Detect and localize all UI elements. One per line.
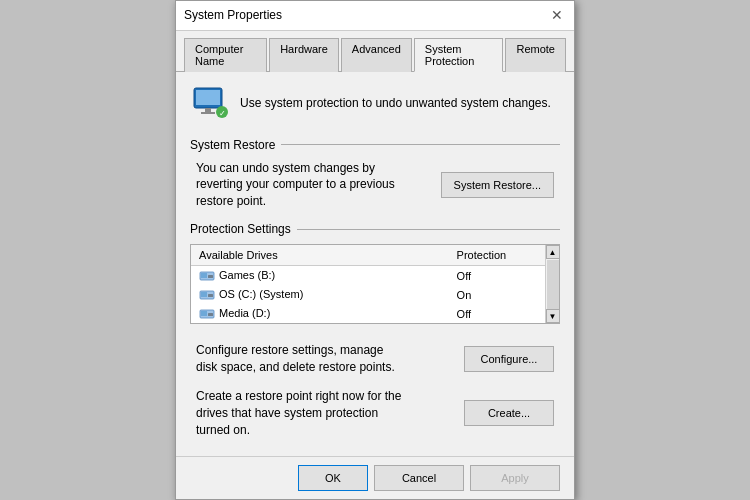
description-row: ✓ Use system protection to undo unwanted… (190, 84, 560, 124)
table-row[interactable]: OS (C:) (System)On (191, 285, 559, 304)
section-divider (281, 144, 560, 145)
protection-settings-section: Protection Settings Available Drives Pro… (190, 222, 560, 324)
svg-rect-7 (201, 273, 207, 278)
protection-cell: On (449, 285, 559, 304)
scroll-down-button[interactable]: ▼ (546, 309, 560, 323)
col-drives: Available Drives (191, 245, 449, 266)
drive-cell: Media (D:) (191, 304, 449, 323)
system-protection-icon: ✓ (190, 84, 230, 124)
drive-cell: OS (C:) (System) (191, 285, 449, 304)
protection-settings-header: Protection Settings (190, 222, 560, 236)
configure-button[interactable]: Configure... (464, 346, 554, 372)
system-restore-section: System Restore You can undo system chang… (190, 138, 560, 210)
system-restore-header: System Restore (190, 138, 560, 152)
system-properties-window: System Properties ✕ Computer Name Hardwa… (175, 0, 575, 500)
create-row: Create a restore point right now for the… (190, 382, 560, 444)
table-row[interactable]: Media (D:)Off (191, 304, 559, 323)
title-bar: System Properties ✕ (176, 1, 574, 31)
drive-cell: Games (B:) (191, 266, 449, 286)
tab-system-protection[interactable]: System Protection (414, 38, 504, 72)
protection-table: Available Drives Protection Games (B:)Of… (191, 245, 559, 323)
restore-row: You can undo system changes by reverting… (190, 160, 560, 210)
restore-description: You can undo system changes by reverting… (196, 160, 396, 210)
svg-rect-13 (201, 311, 207, 316)
svg-rect-10 (201, 292, 207, 297)
svg-rect-14 (208, 313, 213, 316)
ok-button[interactable]: OK (298, 465, 368, 491)
close-button[interactable]: ✕ (548, 6, 566, 24)
table-scrollbar[interactable]: ▲ ▼ (545, 245, 559, 323)
protection-settings-title: Protection Settings (190, 222, 291, 236)
drive-icon (199, 308, 215, 320)
tab-bar: Computer Name Hardware Advanced System P… (176, 31, 574, 72)
tab-content: ✓ Use system protection to undo unwanted… (176, 72, 574, 457)
table-row[interactable]: Games (B:)Off (191, 266, 559, 286)
drive-icon (199, 270, 215, 282)
svg-rect-11 (208, 294, 213, 297)
configure-row: Configure restore settings, manage disk … (190, 336, 560, 382)
svg-rect-1 (196, 90, 220, 105)
create-description: Create a restore point right now for the… (196, 388, 406, 438)
svg-rect-8 (208, 275, 213, 278)
protection-cell: Off (449, 266, 559, 286)
tab-advanced[interactable]: Advanced (341, 38, 412, 72)
system-restore-title: System Restore (190, 138, 275, 152)
configure-description: Configure restore settings, manage disk … (196, 342, 406, 376)
table-container: Available Drives Protection Games (B:)Of… (191, 245, 559, 323)
footer-buttons: OK Cancel Apply (176, 456, 574, 499)
cancel-button[interactable]: Cancel (374, 465, 464, 491)
system-restore-button[interactable]: System Restore... (441, 172, 554, 198)
create-button[interactable]: Create... (464, 400, 554, 426)
apply-button[interactable]: Apply (470, 465, 560, 491)
description-text: Use system protection to undo unwanted s… (240, 95, 551, 112)
window-title: System Properties (184, 8, 282, 22)
tab-remote[interactable]: Remote (505, 38, 566, 72)
scroll-up-button[interactable]: ▲ (546, 245, 560, 259)
drive-icon (199, 289, 215, 301)
tab-computer-name[interactable]: Computer Name (184, 38, 267, 72)
tab-hardware[interactable]: Hardware (269, 38, 339, 72)
protection-cell: Off (449, 304, 559, 323)
section-divider-2 (297, 229, 560, 230)
svg-text:✓: ✓ (219, 109, 226, 118)
col-protection: Protection (449, 245, 559, 266)
protection-table-box: Available Drives Protection Games (B:)Of… (190, 244, 560, 324)
svg-rect-3 (201, 112, 215, 114)
